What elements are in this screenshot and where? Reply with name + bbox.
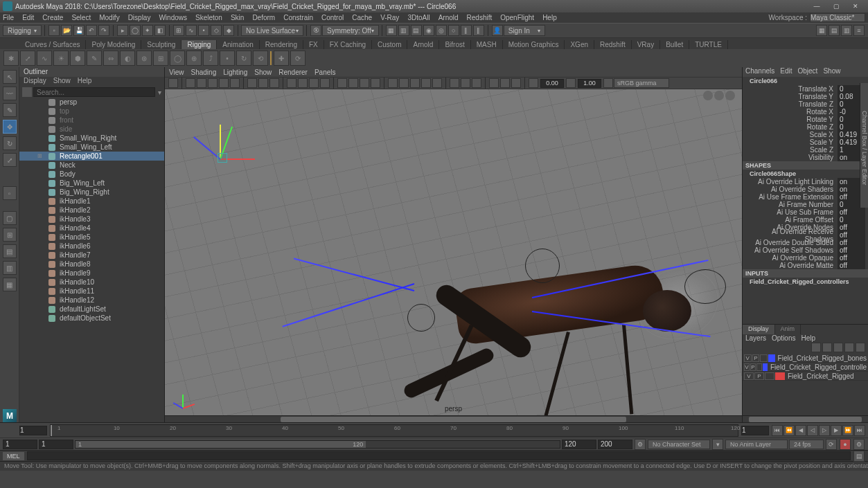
maximize-button[interactable]: ▢	[826, 1, 846, 12]
layout-c-icon[interactable]: ▦	[3, 278, 17, 291]
cluster-icon[interactable]: ⊛	[136, 51, 152, 66]
ik-spline-icon[interactable]: ∿	[37, 51, 52, 66]
vp-t7[interactable]	[258, 78, 268, 88]
shelf-tab-turtle[interactable]: TURTLE	[689, 40, 728, 49]
vp-t27[interactable]	[511, 78, 521, 88]
outliner-item[interactable]: ikHandle7	[19, 251, 164, 260]
outliner-filter-icon[interactable]	[22, 87, 32, 97]
shelf-tab-redshift[interactable]: Redshift	[594, 40, 632, 49]
account-icon[interactable]: 👤	[492, 25, 503, 36]
vp-select-cam-icon[interactable]	[168, 78, 178, 88]
outliner-item[interactable]: ⊞Rectangle001	[19, 152, 164, 161]
play-back-icon[interactable]: ◁	[807, 425, 818, 436]
range-end-outer[interactable]	[598, 440, 632, 449]
ico-e[interactable]: ◎	[436, 25, 447, 36]
outliner-item[interactable]: top	[19, 107, 164, 116]
outliner-item[interactable]: Small_Wing_Right	[19, 134, 164, 143]
channel-row[interactable]: Scale Y0.419	[743, 138, 868, 146]
new-scene-icon[interactable]: ▫	[48, 25, 60, 36]
autokey-icon[interactable]: ●	[840, 439, 851, 450]
menu-skin[interactable]: Skin	[231, 14, 244, 21]
vp-t1[interactable]	[186, 78, 195, 88]
range-end-inner[interactable]	[562, 440, 596, 449]
inputs-node-name[interactable]: Field_Cricket_Rigged_controllers	[743, 278, 868, 286]
character-set-dropdown[interactable]: No Character Set	[648, 440, 710, 449]
outliner-search-input[interactable]	[33, 87, 155, 97]
snap-curve-icon[interactable]: ∿	[186, 25, 197, 36]
vp-gamma-field[interactable]	[578, 79, 601, 88]
outliner-item[interactable]: ikHandle4	[19, 224, 164, 233]
time-current-field-2[interactable]	[741, 426, 769, 435]
command-input[interactable]	[27, 451, 851, 460]
layers-icons[interactable]	[743, 343, 868, 354]
channel-row[interactable]: Translate Y0.08	[743, 93, 868, 100]
menu-deform[interactable]: Deform	[252, 14, 275, 21]
outliner-item[interactable]: ikHandle10	[19, 278, 164, 287]
vp-menu-view[interactable]: View	[169, 69, 184, 76]
shelf-tab-animation[interactable]: Animation	[217, 40, 259, 49]
outliner-menu-show[interactable]: Show	[53, 77, 71, 87]
ico-d[interactable]: ◉	[423, 25, 434, 36]
viewcube[interactable]	[703, 91, 738, 103]
vp-cm-icon[interactable]	[603, 78, 613, 88]
ico-g[interactable]: ‖	[461, 25, 472, 36]
outliner-item[interactable]: front	[19, 116, 164, 125]
save-scene-icon[interactable]: 💾	[73, 25, 85, 36]
ch-menu-channels[interactable]: Channels	[745, 67, 774, 77]
vp-menu-lighting[interactable]: Lighting	[223, 69, 247, 76]
layout-b-icon[interactable]: ▥	[3, 261, 17, 275]
shelf-tab-curves-surfaces[interactable]: Curves / Surfaces	[19, 40, 86, 49]
menu-skeleton[interactable]: Skeleton	[195, 14, 222, 21]
open-scene-icon[interactable]: 📂	[61, 25, 72, 36]
ch-menu-show[interactable]: Show	[823, 67, 840, 77]
snap-plane-icon[interactable]: ◇	[211, 25, 222, 36]
outliner-item[interactable]: ikHandle1	[19, 197, 164, 206]
layers-menu-layers[interactable]: Layers	[745, 334, 766, 343]
vp-t8[interactable]	[269, 78, 279, 88]
outliner-item[interactable]: Body	[19, 170, 164, 179]
outliner-item[interactable]: ikHandle6	[19, 242, 164, 251]
constraint-icon[interactable]: ⊕	[186, 51, 202, 66]
outliner-menu[interactable]: DisplayShowHelp	[19, 77, 164, 87]
outliner-item[interactable]: ikHandle5	[19, 233, 164, 242]
channel-row[interactable]: Ai Override Double Sidedoff	[743, 239, 868, 246]
menu-display[interactable]: Display	[128, 14, 151, 21]
vp-t23[interactable]	[461, 78, 470, 88]
menu-v-ray[interactable]: V-Ray	[380, 14, 399, 21]
viewport-menu[interactable]: ViewShadingLightingShowRendererPanels	[165, 67, 742, 77]
snap-point-icon[interactable]: •	[198, 25, 209, 36]
paint-weights-icon[interactable]: ✎	[87, 51, 102, 66]
outliner-item[interactable]: Big_Wing_Left	[19, 179, 164, 188]
step-fwd-key-icon[interactable]: ⏩	[842, 425, 853, 436]
shelf-tab-sculpting[interactable]: Sculpting	[141, 40, 181, 49]
range-slider-track[interactable]: 1120	[75, 440, 560, 449]
channel-row[interactable]: Rotate Z0	[743, 123, 868, 131]
shelf-tab-rigging[interactable]: Rigging	[181, 40, 217, 49]
layout-icon-4[interactable]: ≡	[853, 25, 865, 36]
orient-icon[interactable]: ↻	[236, 51, 251, 66]
step-back-key-icon[interactable]: ⏪	[783, 425, 795, 436]
shelf-icons[interactable]: ✱ ⤢ ∿ ☀ ⬢ ✎ ⇔ ◐ ⊛ ⊞ ◯ ⊕ ⤴ • ↻ ⟲ ✚ ⟳	[0, 49, 868, 67]
channel-row[interactable]: Translate X0	[743, 85, 868, 93]
signin-dropdown[interactable]: Sign In	[504, 25, 545, 36]
ik-tool-icon[interactable]: ⤢	[20, 51, 35, 66]
paint-tool-icon[interactable]: ✎	[3, 103, 17, 117]
menu-cache[interactable]: Cache	[352, 14, 372, 21]
wrap-icon[interactable]: ◯	[170, 51, 185, 66]
bind-skin-icon[interactable]: ⬢	[70, 51, 85, 66]
loop-icon[interactable]: ⟳	[826, 439, 837, 450]
ico-h[interactable]: ‖	[473, 25, 484, 36]
viewport-canvas[interactable]: persp	[165, 89, 742, 415]
prefs-icon[interactable]: ⚙	[853, 439, 865, 450]
vp-t18[interactable]	[399, 78, 409, 88]
ico-f[interactable]: ○	[448, 25, 459, 36]
menu-redshift[interactable]: Redshift	[467, 14, 493, 21]
step-fwd-icon[interactable]: ▶	[831, 425, 842, 436]
menu-arnold[interactable]: Arnold	[439, 14, 459, 21]
vp-t4[interactable]	[219, 78, 229, 88]
layer-row[interactable]: VPField_Cricket_Rigged_bones	[743, 354, 868, 363]
move-tool-icon[interactable]: ✥	[3, 120, 17, 134]
menu-3dtoall[interactable]: 3DtoAll	[407, 14, 429, 21]
shelf-tab-motion-graphics[interactable]: Motion Graphics	[503, 40, 565, 49]
shelf-tabs[interactable]: Curves / SurfacesPoly ModelingSculptingR…	[0, 38, 868, 49]
